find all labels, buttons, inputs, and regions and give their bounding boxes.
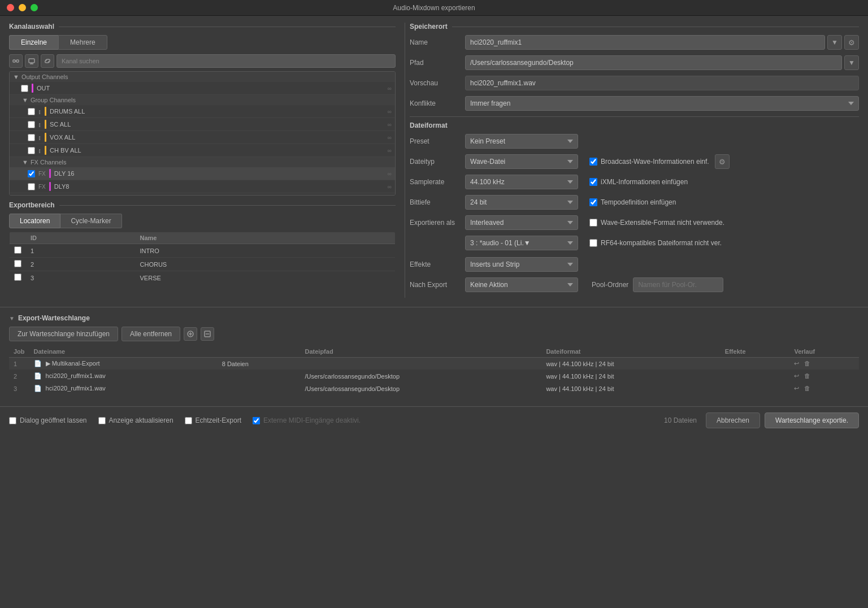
channel-checkbox-sc[interactable]: [28, 121, 35, 128]
tab-einzelne[interactable]: Einzelne: [9, 35, 58, 50]
preset-form-row: Preset Kein Preset Standard: [410, 134, 859, 149]
queue-row-3[interactable]: 3 📄 hci2020_ruffmix1.wav /Users/carlossa…: [9, 383, 859, 395]
maximize-button[interactable]: [31, 4, 38, 11]
queue-header: ▼ Export-Warteschlange: [9, 314, 859, 322]
preset-select[interactable]: Kein Preset Standard: [465, 134, 578, 149]
clear-queue-button[interactable]: Alle entfernen: [121, 327, 180, 341]
queue-undo-btn-2[interactable]: ↩: [794, 372, 799, 379]
queue-file-icon-2: 📄: [34, 372, 42, 379]
channel-row[interactable]: ⫿ CH BV ALL ∞: [10, 144, 395, 157]
queue-undo-btn-3[interactable]: ↩: [794, 385, 799, 392]
cb-anzeige-label[interactable]: Anzeige aktualisieren: [98, 416, 173, 424]
exportieren-als-select[interactable]: Interleaved Split: [465, 215, 578, 230]
name-dropdown-btn[interactable]: ▼: [827, 35, 842, 50]
exportieren-als-form-row: Exportieren als Interleaved Split Wave-E…: [410, 215, 859, 230]
queue-delete-btn-3[interactable]: 🗑: [804, 385, 810, 392]
queue-icon-btn-2[interactable]: [201, 327, 214, 341]
cb-midi-deaktiviert[interactable]: [253, 417, 260, 424]
dateityp-select[interactable]: Wave-Datei AIFF-Datei MP3: [465, 154, 578, 169]
channel-checkbox-dly8[interactable]: [28, 183, 35, 190]
cb-echtzeit-label[interactable]: Echtzeit-Export: [185, 416, 241, 424]
channel-row[interactable]: FX DLY8+ ∞: [10, 193, 395, 196]
queue-row-1[interactable]: 1 📄 ▶ Multikanal-Export 8 Dateien wav | …: [9, 358, 859, 370]
nach-export-select[interactable]: Keine Aktion Pool öffnen Dateien öffnen: [465, 277, 578, 292]
monitor-icon-btn[interactable]: [25, 54, 38, 68]
minimize-button[interactable]: [19, 4, 26, 11]
queue-undo-btn-1[interactable]: ↩: [794, 360, 799, 367]
link-icon-btn[interactable]: [9, 54, 23, 68]
tab-locatoren[interactable]: Locatoren: [9, 214, 60, 228]
tab-cycle-marker[interactable]: Cycle-Marker: [60, 214, 121, 228]
effekte-form-row: Effekte Inserts und Strip Keine Alle: [410, 257, 859, 272]
queue-actions: Zur Warteschlange hinzufügen Alle entfer…: [9, 327, 859, 341]
channel-row[interactable]: ⫿ DRUMS ALL ∞: [10, 105, 395, 118]
cb-midi-label[interactable]: Externe MIDI-Eingänge deaktivi.: [253, 416, 361, 424]
pfad-input[interactable]: [465, 55, 842, 70]
pool-ordner-input[interactable]: [633, 277, 723, 292]
cb-wave-extensible[interactable]: [589, 219, 597, 227]
broadcast-gear-btn[interactable]: ⚙: [715, 154, 730, 169]
queue-col-format: Dateiformat: [541, 346, 720, 358]
queue-icon-btn-1[interactable]: [184, 327, 197, 341]
effekte-select[interactable]: Inserts und Strip Keine Alle: [465, 257, 578, 272]
queue-row-2[interactable]: 2 📄 hci2020_ruffmix1.wav /Users/carlossa…: [9, 370, 859, 383]
bittiefe-label: Bittiefe: [410, 198, 461, 206]
dateityp-label: Dateityp: [410, 158, 461, 166]
queue-delete-btn-1[interactable]: 🗑: [804, 360, 810, 367]
locator-row[interactable]: 3 VERSE: [10, 271, 396, 285]
vorschau-form-row: Vorschau: [410, 76, 859, 90]
channel-checkbox-chbv[interactable]: [28, 147, 35, 154]
pfad-form-row: Pfad ▼: [410, 55, 859, 70]
chain-icon-btn[interactable]: [41, 54, 54, 68]
konflikte-select[interactable]: Immer fragen Überschreiben Umbenennen: [465, 96, 859, 111]
locator-checkbox-1[interactable]: [14, 246, 21, 254]
cb-dialog-opened[interactable]: [9, 417, 16, 424]
channel-row[interactable]: OUT ∞: [10, 82, 395, 95]
locator-checkbox-2[interactable]: [14, 260, 21, 267]
cb-wave-extensible-label: Wave-Extensible-Format nicht verwende.: [601, 219, 724, 227]
add-to-queue-button[interactable]: Zur Warteschlange hinzufügen: [9, 327, 118, 341]
channel-checkbox-drums[interactable]: [28, 108, 35, 115]
locator-row[interactable]: 1 INTRO: [10, 244, 396, 258]
bittiefe-form-row: Bittiefe 24 bit 16 bit 32 bit float Temp…: [410, 195, 859, 210]
cb-rf64-label: RF64-kompatibles Dateiformat nicht ver.: [601, 239, 722, 247]
queue-collapse-icon[interactable]: ▼: [9, 315, 15, 322]
export-button[interactable]: Warteschlange exportie.: [765, 412, 859, 428]
cb-echtzeit-export[interactable]: [185, 417, 192, 424]
cb-tempodefinition[interactable]: [589, 198, 597, 206]
cb-broadcast[interactable]: [589, 158, 597, 166]
close-button[interactable]: [7, 4, 14, 11]
queue-col-extra: [218, 346, 301, 358]
cb-ixml-label: iXML-Informationen einfügen: [601, 178, 688, 186]
channel-row[interactable]: FX DLY 16 ∞: [10, 167, 395, 180]
tab-mehrere[interactable]: Mehrere: [58, 35, 107, 50]
queue-delete-btn-2[interactable]: 🗑: [804, 372, 810, 379]
pfad-dropdown-btn[interactable]: ▼: [844, 55, 859, 70]
channel-row[interactable]: FX DLY8 ∞: [10, 180, 395, 193]
search-input[interactable]: [57, 54, 396, 68]
name-input[interactable]: [465, 35, 825, 50]
dateityp-form-row: Dateityp Wave-Datei AIFF-Datei MP3 Broad…: [410, 154, 859, 169]
exportbereich-header: Exportbereich: [9, 201, 396, 209]
channel-select[interactable]: 3 : *audio - 01 (Li.▼: [465, 236, 578, 250]
locator-row[interactable]: 2 CHORUS: [10, 258, 396, 271]
cb-dialog-label[interactable]: Dialog geöffnet lassen: [9, 416, 87, 424]
cb-ixml[interactable]: [589, 178, 597, 186]
channel-row[interactable]: ⫿ SC ALL ∞: [10, 118, 395, 131]
cb-rf64[interactable]: [589, 239, 597, 247]
export-tabs: Locatoren Cycle-Marker: [9, 214, 396, 228]
channel-checkbox-vox[interactable]: [28, 134, 35, 141]
channel-dropdown-row: 3 : *audio - 01 (Li.▼ RF64-kompatibles D…: [410, 236, 859, 250]
samplerate-select[interactable]: 44.100 kHz 48.000 kHz 96.000 kHz: [465, 175, 578, 189]
name-gear-btn[interactable]: ⚙: [844, 35, 859, 50]
vorschau-label: Vorschau: [410, 79, 461, 87]
locator-checkbox-3[interactable]: [14, 273, 21, 281]
cb-anzeige-update[interactable]: [98, 417, 106, 424]
channel-row[interactable]: ⫿ VOX ALL ∞: [10, 131, 395, 144]
window-controls[interactable]: [7, 4, 38, 11]
speicherort-header: Speicherort: [410, 23, 859, 31]
channel-checkbox-dly16[interactable]: [28, 170, 35, 177]
channel-checkbox-out[interactable]: [21, 85, 28, 92]
bittiefe-select[interactable]: 24 bit 16 bit 32 bit float: [465, 195, 578, 210]
abbrechen-button[interactable]: Abbrechen: [706, 412, 760, 428]
